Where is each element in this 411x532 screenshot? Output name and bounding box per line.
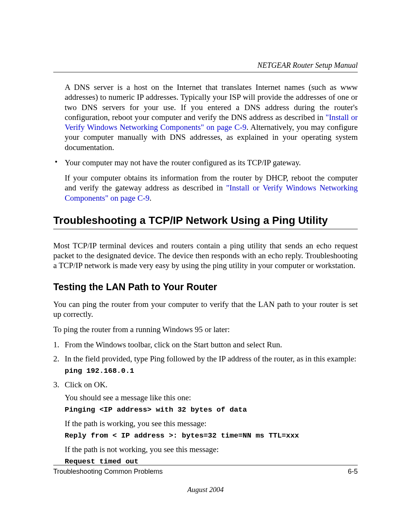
footer-rule — [53, 465, 358, 465]
code-ping-command: ping 192.168.0.1 — [65, 367, 358, 376]
steps-list: From the Windows toolbar, click on the S… — [53, 340, 358, 466]
step-3-msg-intro: You should see a message like this one: — [65, 393, 358, 403]
subsection-para-1: You can ping the router from your comput… — [53, 299, 358, 320]
step-3-text: Click on OK. — [65, 380, 108, 389]
bullet-item-gateway: Your computer may not have the router co… — [53, 158, 358, 203]
section-rule — [53, 229, 358, 229]
footer-date: August 2004 — [53, 486, 358, 494]
bullet-list: Your computer may not have the router co… — [53, 158, 358, 203]
footer-chapter: Troubleshooting Common Problems — [53, 468, 162, 476]
step-2-text: In the field provided, type Ping followe… — [65, 354, 356, 363]
step-1-text: From the Windows toolbar, click on the S… — [65, 340, 282, 349]
header-rule — [53, 72, 358, 72]
step-2: In the field provided, type Ping followe… — [53, 354, 358, 376]
code-pinging-output: Pinging <IP address> with 32 bytes of da… — [65, 406, 358, 415]
bullet-detail-b: . — [150, 193, 151, 203]
section-intro-para: Most TCP/IP terminal devices and routers… — [53, 241, 358, 271]
step-1: From the Windows toolbar, click on the S… — [53, 340, 358, 350]
manual-title: NETGEAR Router Setup Manual — [53, 61, 358, 70]
bullet-detail: If your computer obtains its information… — [65, 173, 358, 203]
intro-block: A DNS server is a host on the Internet t… — [65, 82, 358, 152]
section-heading-ping: Troubleshooting a TCP/IP Network Using a… — [53, 214, 358, 227]
step-3-notworking: If the path is not working, you see this… — [65, 444, 358, 454]
footer-page-number: 6-5 — [348, 468, 358, 476]
code-reply-output: Reply from < IP address >: bytes=32 time… — [65, 431, 358, 441]
page-footer: Troubleshooting Common Problems 6-5 Augu… — [53, 465, 358, 494]
intro-paragraph: A DNS server is a host on the Internet t… — [65, 82, 358, 152]
step-3: Click on OK. You should see a message li… — [53, 380, 358, 466]
step-3-working: If the path is working, you see this mes… — [65, 419, 358, 428]
bullet-text: Your computer may not have the router co… — [65, 158, 358, 168]
intro-text-a: A DNS server is a host on the Internet t… — [65, 83, 358, 122]
page-content: NETGEAR Router Setup Manual A DNS server… — [0, 0, 411, 466]
subsection-heading-lan: Testing the LAN Path to Your Router — [53, 281, 358, 292]
subsection-para-2: To ping the router from a running Window… — [53, 324, 358, 334]
